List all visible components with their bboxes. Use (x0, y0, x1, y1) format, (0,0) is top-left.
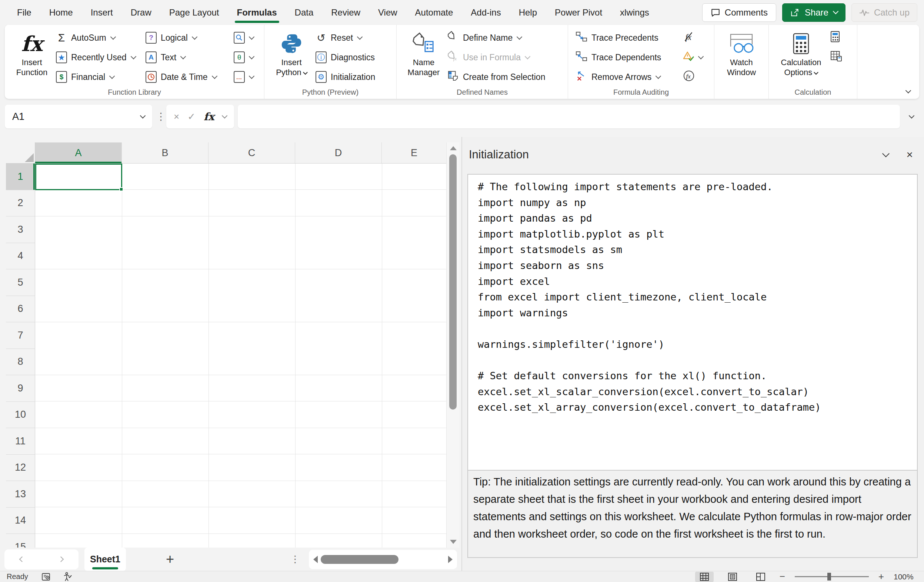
calculate-now-button[interactable] (828, 28, 852, 47)
expand-formula-bar-chevron-icon[interactable] (904, 115, 919, 119)
more-functions-chevron-icon (249, 73, 255, 79)
tab-add-ins[interactable]: Add-ins (462, 0, 510, 25)
initialization-code-editor[interactable]: # The following import statements are pr… (467, 174, 918, 471)
fill-handle[interactable] (119, 187, 123, 191)
date-time-button[interactable]: Date & Time (144, 68, 231, 86)
previous-sheet-arrow-icon[interactable] (19, 556, 25, 562)
select-all-corner[interactable] (6, 143, 35, 164)
excel-window: File Home Insert Draw Page Layout Formul… (0, 0, 924, 582)
error-checking-button[interactable] (681, 48, 709, 67)
pane-close-icon[interactable]: × (906, 149, 913, 160)
new-sheet-button[interactable]: + (166, 551, 174, 567)
show-formulas-button[interactable]: fx (681, 28, 709, 47)
tab-home[interactable]: Home (40, 0, 82, 25)
tab-help[interactable]: Help (510, 0, 546, 25)
scroll-up-arrow-icon[interactable] (450, 146, 457, 150)
tab-data[interactable]: Data (286, 0, 323, 25)
define-name-button[interactable]: Define Name (446, 28, 563, 47)
tab-review[interactable]: Review (322, 0, 369, 25)
zoom-level-label[interactable]: 100% (894, 572, 917, 581)
worksheet-grid[interactable]: A B C D E 123456789101112131415 (6, 143, 446, 547)
column-header-d[interactable]: D (295, 143, 382, 164)
text-button[interactable]: A Text (144, 48, 231, 67)
insert-function-button[interactable]: fx Insert Function (10, 28, 54, 77)
column-header-e[interactable]: E (382, 143, 446, 164)
tab-view[interactable]: View (369, 0, 406, 25)
horizontal-scrollbar[interactable] (309, 550, 457, 569)
cells-area[interactable] (35, 164, 446, 547)
name-box-chevron-icon[interactable] (140, 112, 146, 118)
catch-up-button[interactable]: Catch up (851, 3, 917, 22)
calculation-options-button[interactable]: Calculation Options (774, 28, 828, 77)
autosum-button[interactable]: Σ AutoSum (54, 28, 144, 47)
page-break-preview-button[interactable] (751, 572, 770, 582)
formula-bar-drag-handle[interactable]: ⋮ (156, 111, 163, 122)
vertical-scroll-thumb[interactable] (449, 154, 457, 409)
python-preview-group-label: Python (Preview) (264, 88, 396, 97)
macro-record-icon[interactable] (41, 572, 50, 581)
lookup-reference-button[interactable] (231, 28, 259, 47)
trace-precedents-button[interactable]: Trace Precedents (573, 28, 681, 47)
remove-arrows-button[interactable]: Remove Arrows (573, 68, 681, 86)
trace-precedents-label: Trace Precedents (591, 33, 658, 43)
trace-dependents-button[interactable]: Trace Dependents (573, 48, 681, 67)
name-manager-icon (412, 31, 435, 56)
sheet-tab-sheet1[interactable]: Sheet1 (84, 547, 126, 571)
zoom-slider-thumb[interactable] (827, 573, 831, 580)
more-functions-button[interactable]: ... (231, 68, 259, 86)
evaluate-formula-button[interactable]: fx (681, 68, 709, 86)
name-manager-button[interactable]: Name Manager (402, 28, 446, 77)
tab-xlwings[interactable]: xlwings (611, 0, 658, 25)
scroll-down-arrow-icon[interactable] (450, 540, 457, 544)
fx-chevron-icon[interactable] (221, 112, 228, 118)
accessibility-checker-icon[interactable] (63, 572, 72, 582)
zoom-in-button[interactable]: + (878, 571, 884, 582)
tab-formulas[interactable]: Formulas (228, 0, 286, 25)
share-button[interactable]: Share (782, 3, 845, 22)
date-time-icon (145, 71, 157, 83)
tab-insert[interactable]: Insert (82, 0, 122, 25)
sheet-scroll-drag-handle[interactable]: ⋮ (290, 554, 300, 565)
formula-input[interactable] (238, 105, 900, 128)
horizontal-scroll-thumb[interactable] (321, 555, 398, 564)
zoom-slider[interactable] (795, 576, 869, 577)
row-headers[interactable]: 123456789101112131415 (6, 164, 35, 547)
math-trig-button[interactable]: θ (231, 48, 259, 67)
column-header-b[interactable]: B (122, 143, 208, 164)
name-box[interactable]: A1 (5, 105, 152, 128)
financial-button[interactable]: $ Financial (54, 68, 144, 86)
enter-icon[interactable]: ✓ (187, 111, 196, 122)
insert-python-button[interactable]: Insert Python (270, 28, 314, 77)
diagnostics-button[interactable]: ⓘ Diagnostics (314, 48, 391, 67)
autosum-icon: Σ (56, 32, 67, 44)
scroll-left-arrow-icon[interactable] (314, 556, 318, 563)
calculate-sheet-button[interactable] (828, 48, 852, 67)
tab-file[interactable]: File (8, 0, 40, 25)
remove-arrows-chevron-icon (655, 73, 662, 79)
recently-used-button[interactable]: ★ Recently Used (54, 48, 144, 67)
date-time-chevron-icon (211, 73, 218, 79)
selected-cell-a1[interactable] (35, 164, 122, 190)
logical-button[interactable]: ? Logical (144, 28, 231, 47)
initialization-button[interactable]: ⚙ Initialization (314, 68, 391, 86)
reset-button[interactable]: ↺ Reset (314, 28, 391, 47)
column-header-a[interactable]: A (35, 143, 122, 164)
tab-draw[interactable]: Draw (122, 0, 160, 25)
vertical-scrollbar[interactable] (446, 143, 459, 547)
tab-page-layout[interactable]: Page Layout (160, 0, 228, 25)
autosum-chevron-icon (110, 34, 116, 39)
zoom-out-button[interactable]: − (780, 571, 785, 582)
tab-automate[interactable]: Automate (406, 0, 462, 25)
normal-view-button[interactable] (695, 572, 714, 582)
pane-collapse-chevron-icon[interactable] (883, 150, 890, 157)
tab-power-pivot[interactable]: Power Pivot (546, 0, 611, 25)
scroll-right-arrow-icon[interactable] (448, 556, 452, 563)
next-sheet-arrow-icon[interactable] (58, 556, 64, 562)
create-from-selection-button[interactable]: Create from Selection (446, 68, 563, 86)
cancel-icon[interactable]: × (174, 111, 179, 122)
watch-window-button[interactable]: Watch Window (719, 28, 763, 77)
comments-button[interactable]: Comments (702, 3, 776, 22)
column-header-c[interactable]: C (208, 143, 295, 164)
insert-function-fx-icon[interactable]: fx (204, 111, 214, 123)
page-layout-view-button[interactable] (723, 572, 742, 582)
